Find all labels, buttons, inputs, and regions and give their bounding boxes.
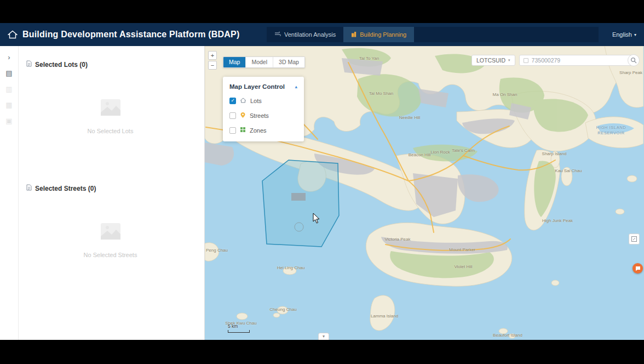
empty-text: No Selected Lots [26, 128, 194, 134]
tab-label: Building Planning [360, 31, 406, 38]
streets-empty-state: No Selected Streets [26, 218, 194, 258]
home-icon[interactable] [8, 30, 18, 39]
map-view-tabs: Map Model 3D Map [223, 56, 305, 68]
layer-label: Lots [250, 98, 262, 104]
search-field-value: LOTCSUID [476, 57, 505, 64]
language-label: English [612, 31, 632, 38]
selected-lots-section: Selected Lots (0) No Selected Lots [26, 60, 194, 184]
document-icon [26, 184, 32, 192]
zoom-out-button[interactable]: − [208, 61, 217, 70]
map-tool-button[interactable] [629, 234, 640, 244]
search-input[interactable] [532, 57, 632, 64]
top-letterbox [0, 0, 644, 23]
page-title: Building Development Assistance Platform… [22, 30, 239, 39]
section-title: Selected Lots (0) [35, 61, 88, 69]
empty-illustration [93, 218, 128, 245]
empty-text: No Selected Streets [26, 252, 194, 258]
chevron-down-icon: ▾ [508, 58, 510, 62]
chevron-up-icon[interactable]: ▴ [295, 84, 297, 89]
search-query-box [519, 55, 636, 66]
layer-label: Streets [250, 112, 269, 119]
bottom-letterbox [0, 340, 644, 364]
lot-icon [240, 97, 246, 105]
zoom-in-button[interactable]: + [208, 51, 217, 60]
view-tab-model[interactable]: Model [246, 57, 273, 67]
view-tab-map[interactable]: Map [223, 57, 246, 67]
icon-rail: › ▤ ▥ ▦ ▣ [0, 46, 19, 340]
measure-icon [631, 236, 637, 242]
tab-building-planning[interactable]: Building Planning [343, 27, 414, 42]
document-icon [26, 60, 32, 69]
section-title: Selected Streets (0) [35, 185, 96, 192]
app-header: Building Development Assistance Platform… [0, 23, 644, 46]
lots-checkbox[interactable] [229, 98, 236, 104]
lots-empty-state: No Selected Lots [26, 94, 194, 134]
layer-panel-title: Map Layer Control [229, 83, 285, 90]
layer-row-zones[interactable]: Zones [229, 127, 297, 134]
selection-sidebar: Selected Lots (0) No Selected Lots Selec… [19, 46, 205, 340]
box-icon[interactable]: ▣ [5, 117, 12, 124]
search-icon [630, 57, 637, 64]
scale-label: 5 km [228, 323, 238, 329]
tab-ventilation-analysis[interactable]: Ventilation Analysis [267, 27, 343, 42]
grid-icon[interactable]: ▦ [5, 101, 12, 109]
map-search-bar: LOTCSUID ▾ [472, 55, 636, 66]
panel-collapse-button[interactable]: ▾ [318, 333, 329, 340]
collapse-chevron-icon[interactable]: › [8, 54, 10, 61]
zones-grid-icon [240, 127, 246, 134]
empty-illustration [93, 94, 128, 121]
zoom-controls: + − [208, 51, 217, 70]
header-nav: Ventilation Analysis Building Planning [267, 27, 599, 42]
selected-lot-polygon[interactable] [262, 160, 339, 247]
zones-checkbox[interactable] [229, 127, 236, 134]
search-button[interactable] [628, 54, 640, 66]
wind-icon [274, 31, 281, 38]
lots-list-icon[interactable]: ▤ [5, 70, 12, 77]
chat-bubble-icon [635, 266, 641, 271]
map-layer-control: Map Layer Control ▴ Lots Streets [223, 77, 304, 141]
chevron-down-icon: ▾ [634, 32, 636, 37]
layer-row-streets[interactable]: Streets [229, 112, 297, 120]
layer-label: Zones [250, 127, 267, 134]
search-field-select[interactable]: LOTCSUID ▾ [472, 55, 515, 66]
streets-checkbox[interactable] [229, 112, 236, 119]
pin-icon [240, 112, 246, 120]
feedback-button[interactable] [633, 263, 643, 274]
map-viewport[interactable]: Tai To YanTai Mo ShanNeedle HillMa On Sh… [205, 46, 644, 340]
layer-row-lots[interactable]: Lots [229, 97, 297, 105]
search-mini-checkbox[interactable] [524, 58, 528, 63]
tab-label: Ventilation Analysis [284, 31, 336, 38]
scale-bar [228, 330, 250, 333]
layers-icon[interactable]: ▥ [5, 86, 12, 93]
map-scale: 5 km [228, 323, 250, 333]
selected-streets-section: Selected Streets (0) No Selected Streets [26, 184, 194, 308]
view-tab-3d-map[interactable]: 3D Map [273, 57, 304, 67]
building-icon [351, 31, 357, 38]
language-selector[interactable]: English ▾ [612, 23, 636, 46]
